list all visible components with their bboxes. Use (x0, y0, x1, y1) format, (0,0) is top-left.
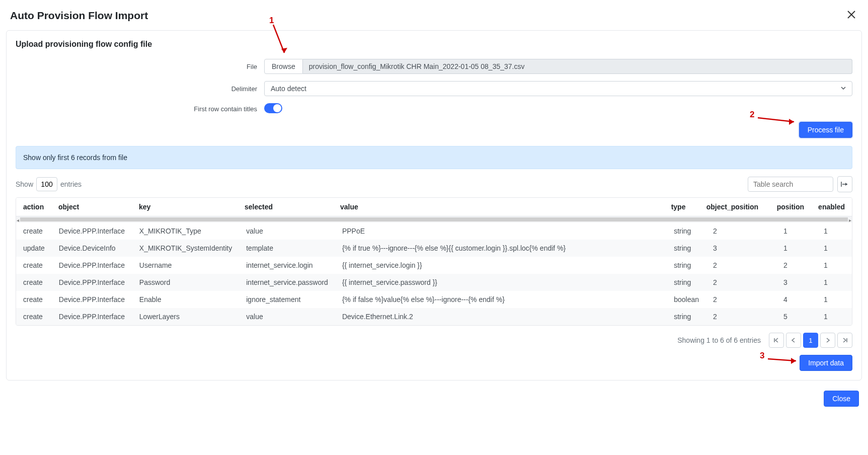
cell-position: 1 (776, 240, 817, 257)
cell-enabled: 1 (817, 308, 852, 325)
cell-object_position: 2 (706, 308, 776, 325)
table-row: createDevice.PPP.InterfaceX_MIKROTIK_Typ… (16, 222, 852, 240)
close-button[interactable]: Close (824, 391, 859, 407)
cell-selected: internet_service.password (239, 274, 335, 291)
column-header-action[interactable]: action (16, 198, 51, 216)
cell-position: 4 (776, 291, 817, 308)
cell-object: Device.DeviceInfo (52, 240, 132, 257)
column-header-position[interactable]: position (770, 198, 811, 216)
first-row-titles-toggle[interactable] (264, 103, 282, 113)
delimiter-label: Delimiter (16, 85, 257, 93)
cell-value: {{ internet_service.password }} (335, 274, 667, 291)
page-prev-button[interactable] (786, 333, 801, 348)
annotation-number-3: 3 (760, 351, 764, 361)
cell-type: boolean (667, 291, 706, 308)
svg-marker-5 (789, 119, 794, 125)
cell-selected: template (239, 240, 335, 257)
process-file-button[interactable]: Process file (799, 122, 852, 138)
close-icon[interactable] (845, 8, 858, 23)
chevron-left-icon (791, 337, 797, 343)
cell-object_position: 2 (706, 257, 776, 274)
cell-enabled: 1 (817, 222, 852, 240)
cell-position: 2 (776, 257, 817, 274)
panel-title: Upload provisioning flow config file (16, 40, 852, 49)
cell-action: create (16, 308, 52, 325)
cell-type: string (667, 222, 706, 240)
table-row: createDevice.PPP.InterfaceUsernameintern… (16, 257, 852, 274)
column-header-value[interactable]: value (333, 198, 664, 216)
page-first-icon (773, 337, 779, 343)
cell-enabled: 1 (817, 291, 852, 308)
cell-key: X_MIKROTIK_Type (132, 222, 239, 240)
cell-object_position: 2 (706, 291, 776, 308)
cell-value: Device.Ethernet.Link.2 (335, 308, 667, 325)
column-header-selected[interactable]: selected (238, 198, 333, 216)
page-last-icon (842, 337, 848, 343)
table-row: updateDevice.DeviceInfoX_MIKROTIK_System… (16, 240, 852, 257)
cell-object: Device.PPP.Interface (52, 308, 132, 325)
info-banner: Show only first 6 records from file (16, 146, 852, 169)
column-header-object[interactable]: object (51, 198, 132, 216)
cell-object_position: 3 (706, 240, 776, 257)
cell-key: LowerLayers (132, 308, 239, 325)
cell-key: X_MIKROTIK_SystemIdentity (132, 240, 239, 257)
cell-object: Device.PPP.Interface (52, 222, 132, 240)
cell-action: create (16, 222, 52, 240)
file-label: File (16, 63, 257, 70)
column-header-key[interactable]: key (132, 198, 238, 216)
cell-enabled: 1 (817, 240, 852, 257)
cell-action: create (16, 257, 52, 274)
svg-line-4 (758, 118, 794, 122)
svg-marker-8 (845, 183, 847, 186)
cell-object: Device.PPP.Interface (52, 291, 132, 308)
column-header-enabled[interactable]: enabled (811, 198, 852, 216)
page-last-button[interactable] (837, 333, 852, 348)
delimiter-select[interactable]: Auto detect (264, 81, 852, 96)
cell-object_position: 2 (706, 222, 776, 240)
cell-key: Enable (132, 291, 239, 308)
cell-selected: ignore_statement (239, 291, 335, 308)
table-row: createDevice.PPP.InterfaceEnableignore_s… (16, 291, 852, 308)
table-row: createDevice.PPP.InterfaceLowerLayersval… (16, 308, 852, 325)
cell-type: string (667, 308, 706, 325)
cell-type: string (667, 274, 706, 291)
cell-object: Device.PPP.Interface (52, 274, 132, 291)
show-label: Show (16, 180, 33, 188)
show-count-input[interactable] (36, 177, 57, 191)
chevron-right-icon (825, 337, 831, 343)
horizontal-scrollbar[interactable]: ◂▸ (16, 216, 852, 222)
cell-value: {% if true %}---ignore---{% else %}{{ cu… (335, 240, 667, 257)
cell-selected: value (239, 308, 335, 325)
entries-label: entries (60, 180, 82, 188)
cell-selected: value (239, 222, 335, 240)
table-search-input[interactable] (748, 177, 833, 192)
file-name-display: provision_flow_config_Mikrotik CHR Main_… (303, 59, 852, 74)
cell-enabled: 1 (817, 257, 852, 274)
cell-value: {{ internet_service.login }} (335, 257, 667, 274)
cell-action: create (16, 291, 52, 308)
svg-marker-12 (791, 358, 796, 364)
column-header-object_position[interactable]: object_position (699, 198, 770, 216)
expand-columns-button[interactable] (837, 176, 852, 192)
column-header-type[interactable]: type (664, 198, 699, 216)
cell-key: Password (132, 274, 239, 291)
cell-selected: internet_service.login (239, 257, 335, 274)
cell-position: 5 (776, 308, 817, 325)
page-first-button[interactable] (769, 333, 784, 348)
cell-enabled: 1 (817, 274, 852, 291)
import-data-button[interactable]: Import data (800, 355, 852, 371)
cell-type: string (667, 240, 706, 257)
expand-horizontal-icon (841, 181, 849, 188)
page-1-button[interactable]: 1 (803, 333, 818, 348)
cell-value: PPPoE (335, 222, 667, 240)
cell-value: {% if false %}value{% else %}---ignore--… (335, 291, 667, 308)
browse-button[interactable]: Browse (264, 59, 303, 74)
table-row: createDevice.PPP.InterfacePasswordintern… (16, 274, 852, 291)
cell-position: 3 (776, 274, 817, 291)
modal-title: Auto Provision Flow Import (10, 10, 148, 22)
cell-position: 1 (776, 222, 817, 240)
page-next-button[interactable] (820, 333, 835, 348)
first-row-titles-label: First row contain titles (16, 105, 257, 113)
cell-type: string (667, 257, 706, 274)
pagination-status: Showing 1 to 6 of 6 entries (677, 336, 761, 344)
